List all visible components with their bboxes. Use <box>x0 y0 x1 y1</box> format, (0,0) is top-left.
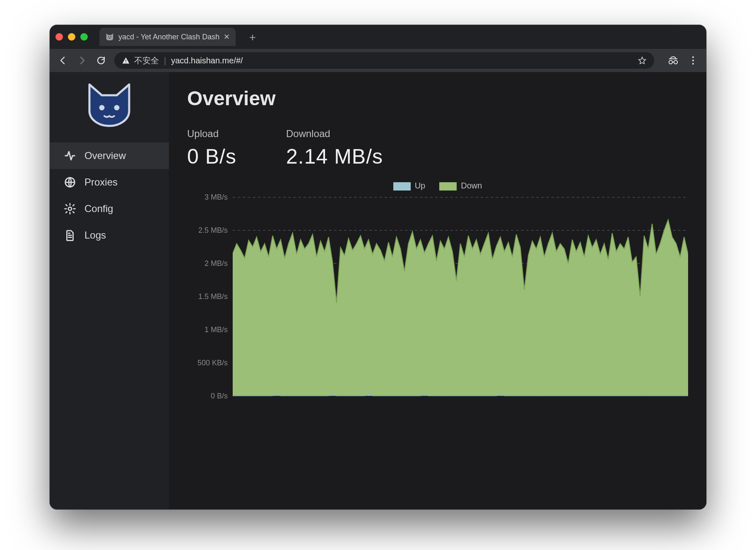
back-button[interactable] <box>57 55 69 66</box>
svg-point-7 <box>692 60 694 61</box>
security-indicator[interactable]: 不安全 <box>122 55 159 66</box>
sidebar-item-label: Proxies <box>84 176 118 188</box>
legend-up: Up <box>393 181 426 191</box>
svg-point-5 <box>674 60 677 64</box>
ytick-label: 500 KB/s <box>197 358 228 367</box>
sidebar-item-label: Logs <box>84 229 106 241</box>
bookmark-star-icon[interactable] <box>638 56 647 65</box>
minimize-window-button[interactable] <box>68 33 75 41</box>
svg-point-1 <box>111 36 111 37</box>
upload-label: Upload <box>187 128 236 140</box>
browser-toolbar: 不安全 | yacd.haishan.me/#/ <box>50 49 706 72</box>
separator: | <box>164 56 166 65</box>
legend-down-label: Down <box>461 181 482 190</box>
tab-strip: yacd - Yet Another Clash Dash ✕ ＋ <box>50 25 706 49</box>
download-value: 2.14 MB/s <box>286 145 383 169</box>
forward-button[interactable] <box>76 55 88 66</box>
sidebar: OverviewProxiesConfigLogs <box>50 72 169 509</box>
close-window-button[interactable] <box>55 33 63 41</box>
url-text: yacd.haishan.me/#/ <box>171 56 243 65</box>
stats-row: Upload 0 B/s Download 2.14 MB/s <box>187 128 688 169</box>
app-logo <box>50 82 169 128</box>
favicon-cat-icon <box>105 32 114 41</box>
reload-button[interactable] <box>95 55 107 66</box>
ytick-label: 0 B/s <box>211 391 228 400</box>
svg-point-6 <box>692 56 694 58</box>
maximize-window-button[interactable] <box>80 33 88 41</box>
download-stat: Download 2.14 MB/s <box>286 128 383 169</box>
sidebar-item-label: Overview <box>84 150 126 162</box>
sidebar-item-overview[interactable]: Overview <box>50 142 169 169</box>
svg-point-0 <box>108 36 109 37</box>
address-bar[interactable]: 不安全 | yacd.haishan.me/#/ <box>114 52 654 69</box>
new-tab-button[interactable]: ＋ <box>247 30 258 44</box>
browser-window: yacd - Yet Another Clash Dash ✕ ＋ 不安全 | … <box>50 25 706 509</box>
globe-icon <box>63 175 77 189</box>
traffic-chart: 0 B/s500 KB/s1 MB/s1.5 MB/s2 MB/s2.5 MB/… <box>187 193 688 400</box>
legend-up-label: Up <box>415 181 426 190</box>
svg-rect-2 <box>125 60 126 61</box>
ytick-label: 2.5 MB/s <box>198 226 228 235</box>
traffic-lights <box>55 33 88 41</box>
sidebar-item-logs[interactable]: Logs <box>50 222 169 248</box>
page-title: Overview <box>187 87 688 110</box>
file-icon <box>63 228 77 242</box>
sidebar-item-label: Config <box>84 203 113 215</box>
browser-tab[interactable]: yacd - Yet Another Clash Dash ✕ <box>99 28 236 46</box>
main-content: Overview Upload 0 B/s Download 2.14 MB/s… <box>169 72 706 509</box>
ytick-label: 2 MB/s <box>205 259 228 268</box>
close-tab-icon[interactable]: ✕ <box>224 32 230 41</box>
svg-point-10 <box>114 105 120 111</box>
download-label: Download <box>286 128 383 140</box>
sidebar-nav: OverviewProxiesConfigLogs <box>50 142 169 248</box>
upload-stat: Upload 0 B/s <box>187 128 236 169</box>
svg-point-9 <box>99 105 105 111</box>
upload-value: 0 B/s <box>187 145 236 169</box>
incognito-icon[interactable] <box>667 55 679 66</box>
legend-down: Down <box>439 181 482 191</box>
toolbar-right <box>667 55 699 66</box>
cat-logo-icon <box>84 82 134 128</box>
ytick-label: 1.5 MB/s <box>198 292 228 301</box>
warning-icon <box>122 56 130 65</box>
tab-title: yacd - Yet Another Clash Dash <box>118 33 219 41</box>
ytick-label: 1 MB/s <box>205 325 228 334</box>
chart-y-axis-labels: 0 B/s500 KB/s1 MB/s1.5 MB/s2 MB/s2.5 MB/… <box>187 193 233 400</box>
svg-point-8 <box>692 63 694 65</box>
chart-plot-area <box>233 193 688 400</box>
svg-point-12 <box>68 207 72 210</box>
page-body: OverviewProxiesConfigLogs Overview Uploa… <box>50 72 706 509</box>
chart-legend: Up Down <box>187 181 688 191</box>
security-label: 不安全 <box>134 55 159 66</box>
svg-point-4 <box>669 60 672 64</box>
sidebar-item-config[interactable]: Config <box>50 195 169 222</box>
ytick-label: 3 MB/s <box>205 193 228 202</box>
menu-kebab-icon[interactable] <box>687 55 699 66</box>
sidebar-item-proxies[interactable]: Proxies <box>50 169 169 195</box>
svg-rect-3 <box>125 62 126 63</box>
gear-icon <box>63 202 77 216</box>
activity-icon <box>63 149 77 163</box>
